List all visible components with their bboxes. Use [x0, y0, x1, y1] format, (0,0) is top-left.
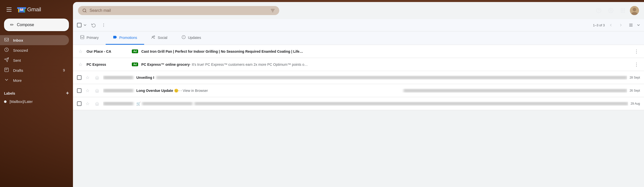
promotions-tab-label: Promotions: [119, 36, 137, 40]
m-logo-icon: M: [17, 5, 26, 14]
label-item-mailbox-later[interactable]: [Mailbox]/Later: [0, 97, 69, 106]
email-count-text: 1–3 of 3: [593, 23, 605, 27]
email-subject: Cast Iron Grill Pan | Perfect for Indoor…: [141, 49, 303, 53]
promotions-tab-icon: [113, 35, 117, 40]
tab-updates[interactable]: Updates: [174, 31, 208, 45]
email-snippet: - View in Browser: [178, 89, 402, 93]
email-checkbox[interactable]: [77, 75, 82, 80]
sidebar-item-more[interactable]: More: [0, 75, 69, 85]
star-button[interactable]: ☆: [77, 61, 84, 68]
email-sender: PC Express: [87, 63, 132, 67]
svg-rect-10: [624, 9, 625, 10]
svg-rect-15: [622, 12, 623, 13]
apps-button[interactable]: [618, 6, 628, 16]
email-date: 28 Sept: [630, 76, 640, 79]
email-subject: Long Overdue Update 🙂: [136, 89, 178, 93]
sent-label: Sent: [13, 58, 65, 63]
more-label: More: [13, 78, 65, 83]
compose-label: Compose: [17, 23, 34, 27]
search-input[interactable]: [90, 8, 268, 13]
email-checkbox[interactable]: [77, 88, 82, 93]
sidebar-item-sent[interactable]: Sent: [0, 55, 69, 65]
email-snippet-blurred: [404, 89, 627, 92]
search-container: [78, 6, 279, 15]
labels-title: Labels: [4, 91, 15, 95]
tabs-row: Primary Promotions Social: [73, 31, 644, 45]
email-toolbar: 1–3 of 3: [73, 19, 644, 31]
email-checkbox[interactable]: [77, 101, 82, 106]
star-button[interactable]: ☆: [84, 74, 91, 81]
svg-rect-16: [624, 12, 625, 13]
sent-icon: [4, 57, 9, 64]
tab-social[interactable]: Social: [144, 31, 174, 45]
email-subject-blurred: [142, 102, 192, 105]
svg-rect-26: [80, 35, 84, 39]
help-button[interactable]: [594, 6, 604, 16]
density-button[interactable]: [627, 21, 635, 29]
sidebar-item-inbox[interactable]: Inbox: [0, 35, 69, 45]
inbox-label: Inbox: [13, 38, 65, 42]
label-item-label: [Mailbox]/Later: [10, 100, 33, 104]
svg-text:M: M: [20, 8, 23, 12]
svg-point-28: [152, 36, 153, 37]
svg-rect-12: [622, 10, 623, 11]
email-date: 26 Sept: [630, 89, 640, 92]
email-list: ☆ Our Place - CA Ad Cast Iron Grill Pan …: [73, 45, 644, 187]
email-row[interactable]: ☆ Unveiling I 28 Sept: [73, 71, 644, 84]
email-count-area: 1–3 of 3: [593, 21, 640, 29]
refresh-button[interactable]: [89, 21, 98, 30]
compose-button[interactable]: ✏ Compose: [4, 19, 69, 31]
forward-button[interactable]: [94, 100, 101, 107]
email-row[interactable]: ☆ Long Overdue Update 🙂 - View in Browse…: [73, 84, 644, 97]
add-label-button[interactable]: +: [66, 90, 69, 96]
labels-section: Labels +: [0, 87, 73, 97]
prev-page-button[interactable]: [607, 21, 615, 29]
email-more-button[interactable]: ⋮: [633, 61, 640, 68]
ad-badge: Ad: [132, 63, 138, 66]
user-avatar[interactable]: [630, 6, 639, 15]
email-content: PC Express Ad PC Express™ online grocery…: [87, 62, 630, 67]
email-row[interactable]: ☆ PC Express Ad PC Express™ online groce…: [73, 58, 644, 71]
more-options-button[interactable]: [99, 21, 108, 30]
more-chevron-icon: [4, 77, 9, 84]
svg-point-5: [596, 8, 601, 13]
filter-icon[interactable]: [270, 8, 275, 13]
svg-rect-9: [622, 9, 623, 10]
svg-point-4: [83, 9, 86, 12]
select-all-checkbox[interactable]: [77, 23, 82, 27]
email-sender-blurred: [103, 102, 133, 106]
svg-point-20: [103, 24, 104, 24]
star-button[interactable]: ☆: [77, 48, 84, 55]
tab-promotions[interactable]: Promotions: [106, 31, 144, 45]
hamburger-menu[interactable]: [4, 5, 14, 15]
svg-rect-24: [629, 25, 633, 25]
density-chevron-icon: [637, 24, 640, 27]
next-page-button[interactable]: [617, 21, 625, 29]
snoozed-icon: [4, 47, 9, 53]
sidebar-item-drafts[interactable]: Drafts 9: [0, 65, 69, 75]
email-more-button[interactable]: ⋮: [633, 48, 640, 55]
svg-point-21: [103, 25, 104, 25]
forward-button[interactable]: [94, 87, 101, 94]
select-dropdown-button[interactable]: [82, 22, 88, 28]
drafts-badge: 9: [63, 68, 65, 72]
svg-point-27: [154, 36, 155, 37]
forward-button[interactable]: [94, 74, 101, 81]
snoozed-label: Snoozed: [13, 48, 65, 52]
primary-tab-icon: [80, 35, 85, 40]
email-row[interactable]: ☆ 🛒 29 Aug: [73, 97, 644, 110]
star-button[interactable]: ☆: [84, 100, 91, 107]
email-snippet: It's true! PC Express™ customers earn 2x…: [190, 63, 630, 67]
gmail-label: Gmail: [27, 6, 41, 13]
email-sender-blurred: [103, 89, 133, 93]
star-button[interactable]: ☆: [84, 87, 91, 94]
tab-primary[interactable]: Primary: [73, 31, 106, 45]
email-row[interactable]: ☆ Our Place - CA Ad Cast Iron Grill Pan …: [73, 45, 644, 58]
drafts-label: Drafts: [13, 68, 59, 73]
email-sender: [103, 76, 133, 80]
settings-button[interactable]: [606, 6, 616, 16]
svg-point-7: [610, 10, 612, 11]
ad-badge: Ad: [132, 49, 138, 53]
sidebar-item-snoozed[interactable]: Snoozed: [0, 45, 69, 55]
gmail-logo: M Gmail: [17, 5, 41, 14]
